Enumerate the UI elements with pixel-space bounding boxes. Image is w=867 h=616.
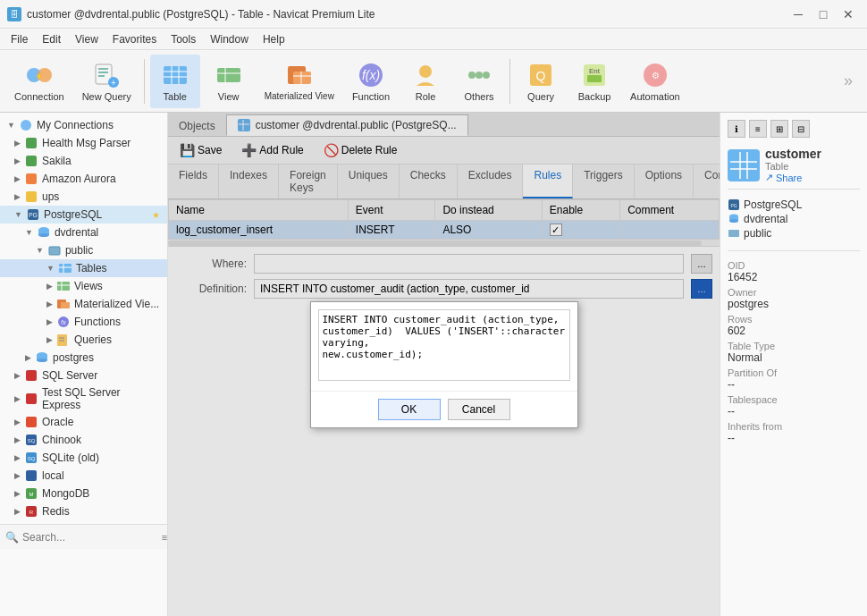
sidebar-item-oracle[interactable]: ▶ Oracle bbox=[0, 413, 167, 431]
minimize-button[interactable]: ─ bbox=[787, 5, 810, 23]
popup-ok-button[interactable]: OK bbox=[378, 399, 441, 420]
sidebar-item-mongodb[interactable]: ▶ M MongoDB bbox=[0, 485, 167, 502]
svg-text:M: M bbox=[29, 492, 34, 497]
sidebar-item-functions[interactable]: ▶ fx Functions bbox=[0, 313, 167, 331]
tables-icon bbox=[58, 261, 72, 275]
redis-label: Redis bbox=[42, 505, 160, 518]
rp-oid: OID 16452 bbox=[728, 260, 860, 283]
sidebar-item-mat-views[interactable]: ▶ Materialized Vie... bbox=[0, 295, 167, 313]
sidebar-item-views[interactable]: ▶ Views bbox=[0, 277, 167, 295]
sidebar-item-health[interactable]: ▶ Health Msg Parser bbox=[0, 134, 167, 152]
role-icon bbox=[411, 61, 440, 89]
sqlite-icon: SQ bbox=[24, 451, 38, 465]
schema-icon bbox=[47, 243, 62, 257]
toolbar-view[interactable]: View bbox=[204, 55, 254, 108]
menu-tools[interactable]: Tools bbox=[164, 31, 203, 47]
popup-cancel-button[interactable]: Cancel bbox=[448, 399, 510, 420]
sidebar-search-input[interactable] bbox=[22, 531, 156, 544]
rp-share-button[interactable]: ↗ Share bbox=[765, 172, 821, 183]
sidebar-item-queries[interactable]: ▶ Queries bbox=[0, 331, 167, 349]
app-icon: 🗄 bbox=[7, 7, 21, 21]
sidebar-item-dvdrental[interactable]: ▼ dvdrental bbox=[0, 224, 167, 241]
rp-inherits-val: -- bbox=[728, 432, 860, 444]
expand-arrow: ▶ bbox=[14, 435, 21, 444]
svg-point-60 bbox=[37, 359, 47, 362]
health-label: Health Msg Parser bbox=[42, 137, 160, 149]
maximize-button[interactable]: □ bbox=[812, 5, 835, 23]
svg-point-43 bbox=[38, 233, 49, 237]
sidebar-item-test-sqlserver[interactable]: ▶ Test SQL Server Express bbox=[0, 384, 167, 413]
sidebar-item-aurora[interactable]: ▶ Amazon Aurora bbox=[0, 170, 167, 188]
rp-detail-button[interactable]: ⊟ bbox=[792, 120, 810, 138]
popup-textarea[interactable]: INSERT INTO customer_audit (action_type,… bbox=[318, 309, 570, 381]
menu-favorites[interactable]: Favorites bbox=[105, 31, 164, 47]
rp-grid-button[interactable]: ⊞ bbox=[770, 120, 788, 138]
sidebar-item-local[interactable]: ▶ local bbox=[0, 467, 167, 485]
toolbar-role[interactable]: Role bbox=[400, 55, 450, 108]
main-content: Objects customer @dvdrental.public (Post… bbox=[168, 113, 720, 616]
sidebar-item-my-connections[interactable]: ▼ My Connections bbox=[0, 116, 167, 134]
svg-rect-9 bbox=[164, 66, 187, 84]
menu-file[interactable]: File bbox=[4, 31, 35, 47]
postgres-db-label: postgres bbox=[53, 351, 160, 364]
toolbar-query[interactable]: Q Query bbox=[516, 55, 566, 108]
rp-list-button[interactable]: ≡ bbox=[749, 120, 767, 138]
sidebar-item-postgres-db[interactable]: ▶ postgres bbox=[0, 349, 167, 367]
close-button[interactable]: ✕ bbox=[837, 5, 860, 23]
toolbar-table[interactable]: Table bbox=[150, 55, 200, 108]
menu-help[interactable]: Help bbox=[256, 31, 292, 47]
role-label: Role bbox=[416, 91, 436, 102]
sidebar-item-chinook[interactable]: ▶ SQ Chinook bbox=[0, 431, 167, 449]
sidebar-item-sqlite[interactable]: ▶ SQ SQLite (old) bbox=[0, 449, 167, 467]
sqlite-label: SQLite (old) bbox=[42, 451, 160, 464]
svg-point-34 bbox=[21, 120, 31, 131]
automation-icon: ⚙ bbox=[641, 61, 669, 89]
sidebar-item-public[interactable]: ▼ public bbox=[0, 241, 167, 259]
menu-view[interactable]: View bbox=[68, 31, 105, 47]
svg-text:PG: PG bbox=[29, 212, 38, 218]
redis-icon: R bbox=[24, 504, 38, 519]
toolbar-others[interactable]: Others bbox=[454, 55, 504, 108]
svg-text:SQ: SQ bbox=[28, 438, 36, 443]
svg-point-26 bbox=[483, 72, 490, 79]
toolbar-connection[interactable]: ⚡ Connection bbox=[7, 55, 72, 108]
svg-text:Ent: Ent bbox=[589, 67, 601, 75]
table-label: Table bbox=[164, 91, 187, 102]
rp-schema-val: public bbox=[744, 227, 771, 240]
toolbar-automation[interactable]: ⚙ Automation bbox=[623, 55, 687, 108]
svg-rect-63 bbox=[26, 417, 37, 427]
svg-text:+: + bbox=[111, 78, 116, 88]
rp-info-button[interactable]: ℹ bbox=[728, 120, 745, 138]
svg-point-23 bbox=[419, 65, 432, 78]
expand-arrow: ▼ bbox=[7, 121, 15, 130]
rp-header: customer Table ↗ Share bbox=[728, 147, 860, 190]
menu-window[interactable]: Window bbox=[203, 31, 256, 47]
pg-label: PostgreSQL bbox=[44, 208, 147, 221]
automation-label: Automation bbox=[630, 91, 680, 102]
more-button[interactable]: » bbox=[844, 72, 860, 90]
sidebar-item-postgresql[interactable]: ▼ PG PostgreSQL ★ bbox=[0, 206, 167, 224]
rp-details: OID 16452 Owner postgres Rows 602 Table … bbox=[728, 250, 860, 444]
menu-edit[interactable]: Edit bbox=[35, 31, 68, 47]
health-icon bbox=[24, 136, 38, 150]
svg-rect-45 bbox=[59, 264, 72, 273]
sidebar-item-sqlserver[interactable]: ▶ SQL Server bbox=[0, 367, 167, 384]
sort-button[interactable]: ≡ bbox=[156, 529, 168, 545]
toolbar-mat-view[interactable]: Materialized View bbox=[257, 55, 341, 108]
toolbar-backup[interactable]: Ent Backup bbox=[569, 55, 619, 108]
sidebar-item-sakila[interactable]: ▶ Sakila bbox=[0, 152, 167, 170]
expand-arrow: ▶ bbox=[14, 418, 21, 426]
toolbar-function[interactable]: f(x) Function bbox=[345, 55, 397, 108]
svg-point-25 bbox=[476, 72, 483, 79]
toolbar-sep-1 bbox=[144, 59, 145, 104]
sidebar-item-ups[interactable]: ▶ ups bbox=[0, 188, 167, 206]
rp-table-type: Table Type Normal bbox=[728, 341, 860, 364]
db-small-icon bbox=[728, 213, 740, 225]
sidebar-item-redis[interactable]: ▶ R Redis bbox=[0, 502, 167, 520]
sidebar-item-tables[interactable]: ▼ Tables bbox=[0, 259, 167, 277]
others-icon bbox=[465, 61, 493, 89]
toolbar-new-query[interactable]: + New Query bbox=[75, 55, 139, 108]
svg-point-85 bbox=[729, 219, 738, 223]
rp-oid-val: 16452 bbox=[728, 271, 860, 283]
svg-rect-14 bbox=[217, 68, 240, 82]
